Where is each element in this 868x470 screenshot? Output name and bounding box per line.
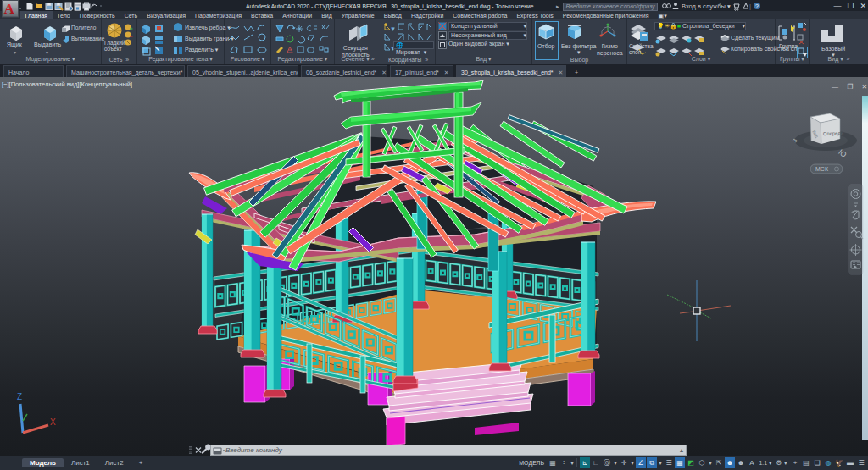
- svg-text:Ящик: Ящик: [7, 41, 23, 48]
- svg-text:A: A: [4, 1, 15, 17]
- svg-text:Спереди: Спереди: [823, 130, 844, 136]
- svg-text:|: |: [749, 3, 751, 10]
- svg-text:Выдавить: Выдавить: [34, 41, 62, 48]
- svg-text:?: ?: [755, 3, 759, 9]
- svg-text:X: X: [50, 417, 56, 427]
- svg-text:Z: Z: [17, 392, 22, 401]
- svg-text:▾: ▾: [46, 50, 48, 55]
- svg-text:МСК: МСК: [815, 166, 829, 172]
- svg-text:▾: ▾: [392, 26, 394, 31]
- svg-text:Вход в службы ▾: Вход в службы ▾: [682, 3, 731, 10]
- svg-text:▾: ▾: [14, 50, 16, 55]
